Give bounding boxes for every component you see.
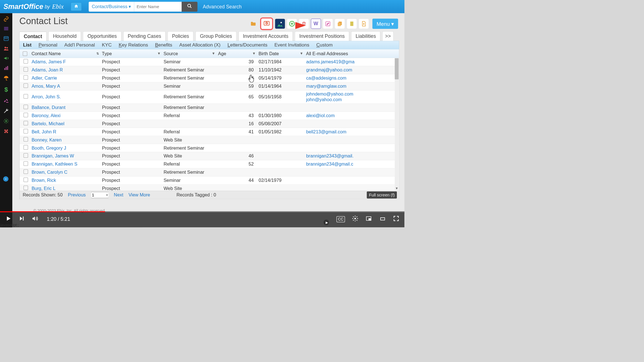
tab--[interactable]: >> [383, 31, 393, 41]
wrench-icon[interactable] [4, 108, 9, 113]
table-row[interactable]: Bartelo, MichaelProspect1605/08/2007 [20, 120, 399, 128]
tool-word[interactable]: W [311, 19, 321, 29]
subtab-asset-allocation-x-[interactable]: Asset Allocation (X) [179, 42, 221, 48]
previous-link[interactable]: Previous [68, 192, 86, 198]
filter-icon[interactable]: ▼ [300, 52, 303, 55]
dollar-icon[interactable]: $ [4, 86, 8, 93]
contact-name-link[interactable]: Ballance, Durant [30, 104, 100, 111]
video-progress[interactable] [0, 211, 404, 212]
puzzle-icon[interactable] [4, 129, 9, 134]
contact-name-link[interactable]: Bell, John R [30, 128, 100, 136]
menu-icon[interactable] [4, 27, 9, 31]
filter-icon[interactable]: ▼ [252, 52, 256, 55]
megaphone-icon[interactable] [4, 56, 9, 61]
col-age[interactable]: Age▼ [217, 51, 257, 56]
tool-note[interactable] [347, 19, 357, 29]
tab-household[interactable]: Household [48, 31, 81, 41]
link-icon[interactable] [4, 16, 9, 22]
row-checkbox[interactable] [21, 66, 30, 74]
table-row[interactable]: Booth, Gregory JProspectRetirement Semin… [20, 144, 399, 152]
search-input[interactable] [134, 2, 182, 11]
volume-button[interactable] [32, 215, 38, 223]
table-row[interactable]: Brown, RickProspectSeminar4402/14/1979 [20, 176, 399, 184]
home-button[interactable] [71, 2, 82, 11]
email-link[interactable]: adams.james419@gma [306, 59, 398, 64]
row-checkbox[interactable] [21, 120, 30, 127]
cc-button[interactable]: CC [337, 216, 345, 222]
row-checkbox[interactable] [21, 58, 30, 66]
row-checkbox[interactable] [21, 152, 30, 160]
tool-image[interactable] [275, 19, 285, 29]
col-source[interactable]: Source▼ [162, 51, 217, 56]
contact-name-link[interactable]: Brown, Carolyn C [30, 168, 100, 176]
menu-button[interactable]: Menu ▾ [372, 19, 398, 29]
row-checkbox[interactable] [21, 136, 30, 144]
page-select[interactable]: 1 [91, 192, 109, 198]
row-checkbox[interactable] [21, 82, 30, 90]
table-row[interactable]: Bonney, KarenProspectWeb Site [20, 136, 399, 144]
row-checkbox[interactable] [21, 93, 30, 101]
tab-policies[interactable]: Policies [168, 31, 193, 41]
contact-name-link[interactable]: Brannigan, Kathleen S [30, 160, 100, 168]
contact-name-link[interactable]: Bonney, Karen [30, 136, 100, 143]
miniplayer-button[interactable] [365, 215, 372, 223]
table-row[interactable]: Brown, Carolyn CProspectRetirement Semin… [20, 168, 399, 176]
tab-group-policies[interactable]: Group Policies [196, 31, 237, 41]
table-row[interactable]: Adler, CarrieProspectRetirement Seminar4… [20, 74, 399, 82]
table-row[interactable]: Ballance, DurantProspectRetirement Semin… [20, 103, 399, 112]
email-link[interactable]: alexi@iol.com [306, 113, 398, 118]
contact-name-link[interactable]: Arron, John S. [30, 93, 100, 101]
email-link[interactable]: brannigan234@gmail.c [306, 161, 398, 167]
table-row[interactable]: Arron, John S.ProspectRetirement Seminar… [20, 90, 399, 103]
row-checkbox[interactable] [21, 176, 30, 184]
subtab-key-relations[interactable]: Key Relations [119, 42, 148, 48]
contact-name-link[interactable]: Baronoy, Alexi [30, 112, 100, 119]
row-checkbox[interactable] [21, 160, 30, 168]
col-birth-date[interactable]: Birth Date▼ [257, 51, 305, 56]
table-row[interactable]: Amos, Mary AProspectSeminar5901/14/1964m… [20, 82, 399, 90]
tool-folder[interactable] [248, 19, 258, 29]
tool-copy[interactable] [335, 19, 345, 29]
contact-name-link[interactable]: Booth, Gregory J [30, 144, 100, 152]
subtab-personal[interactable]: Personal [39, 42, 57, 48]
table-row[interactable]: Brannigan, Kathleen SProspectReferral52b… [20, 160, 399, 168]
col-contact-name[interactable]: Contact Name⇅ [30, 51, 100, 56]
users-icon[interactable] [3, 46, 9, 51]
fullscreen-button[interactable] [393, 215, 399, 223]
tab-contact[interactable]: Contact [19, 32, 47, 41]
tool-export[interactable] [359, 19, 369, 29]
filter-icon[interactable]: ▼ [157, 52, 161, 55]
contact-name-link[interactable]: Adler, Carrie [30, 74, 100, 82]
table-row[interactable]: Bell, John RProspectReferral4101/05/1982… [20, 128, 399, 136]
email-link[interactable]: grandmaj@yahoo.com [306, 67, 398, 73]
tool-presentation[interactable] [260, 17, 273, 30]
email-link[interactable]: brannigan2343@gmail. [306, 153, 398, 159]
email-link[interactable]: john@yahoo.com [306, 97, 398, 102]
row-checkbox[interactable] [21, 128, 30, 136]
tab-investment-positions[interactable]: Investment Positions [295, 31, 349, 41]
contact-name-link[interactable]: Brannigan, James W [30, 152, 100, 160]
tab-pending-cases[interactable]: Pending Cases [123, 31, 166, 41]
calendar-icon[interactable] [4, 36, 9, 41]
email-link[interactable]: bell213@gmail.com [306, 129, 398, 134]
email-link[interactable]: mary@amglaw.com [306, 83, 398, 89]
subtab-letters-documents[interactable]: Letters/Documents [228, 42, 267, 48]
table-row[interactable]: Brannigan, James WProspectWeb Site46bran… [20, 152, 399, 160]
contact-name-link[interactable]: Bartelo, Michael [30, 120, 100, 127]
scrollbar[interactable]: ▼ [395, 58, 399, 190]
table-row[interactable]: Baronoy, AlexiProspectReferral4301/30/19… [20, 112, 399, 120]
tool-add[interactable] [287, 19, 297, 29]
filter-icon[interactable]: ▼ [212, 52, 215, 55]
subtab-benefits[interactable]: Benefits [155, 42, 172, 48]
advanced-search-link[interactable]: Advanced Search [203, 4, 242, 10]
settings-button[interactable] [352, 215, 358, 223]
subtab-custom[interactable]: Custom [316, 42, 333, 48]
select-all-checkbox[interactable] [21, 51, 30, 56]
gavel-icon[interactable] [4, 98, 9, 103]
subtab-event-invitations[interactable]: Event Invitations [274, 42, 309, 48]
contact-name-link[interactable]: Brown, Rick [30, 177, 100, 184]
contact-name-link[interactable]: Adams, James F [30, 58, 100, 66]
contact-name-link[interactable]: Amos, Mary A [30, 82, 100, 90]
table-row[interactable]: Adams, James FProspectSeminar3902/17/198… [20, 58, 399, 66]
theater-button[interactable] [379, 215, 386, 223]
